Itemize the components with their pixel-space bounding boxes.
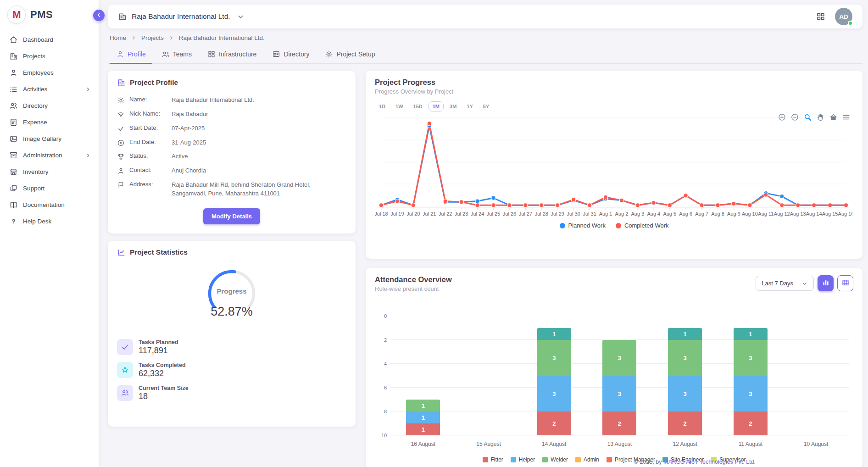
gauge-arc xyxy=(197,263,266,307)
range-button-5y[interactable]: 5Y xyxy=(479,101,493,111)
bar-segment-fitter[interactable]: 1 xyxy=(406,423,440,435)
tab-directory[interactable]: Directory xyxy=(266,46,316,64)
list-icon xyxy=(9,85,18,94)
company-selector[interactable]: Raja Bahadur International Ltd. xyxy=(118,12,245,21)
bar-segment-helper[interactable]: 3 xyxy=(602,376,636,411)
chart-view-toggle[interactable] xyxy=(818,275,834,291)
sidebar-item-dashboard[interactable]: Dashboard xyxy=(3,32,96,47)
sidebar-item-help-desk[interactable]: ? Help Desk xyxy=(3,214,96,229)
stat-value: 117,891 xyxy=(139,346,178,356)
bar-segment-site-engineer[interactable]: 1 xyxy=(734,328,768,340)
range-button-1m[interactable]: 1M xyxy=(428,101,444,111)
range-button-15d[interactable]: 15D xyxy=(409,101,427,111)
svg-text:Aug 5: Aug 5 xyxy=(663,211,676,217)
sidebar-item-activities[interactable]: Activities xyxy=(3,82,96,97)
avatar-initials: AD xyxy=(839,13,848,20)
flag-icon xyxy=(117,181,125,189)
bar-segment-welder[interactable]: 3 xyxy=(734,340,768,376)
svg-text:Jul 28: Jul 28 xyxy=(535,211,548,217)
user-avatar[interactable]: AD xyxy=(835,8,852,25)
legend-item-planned-work[interactable]: Planned Work xyxy=(560,222,606,229)
progress-card-title: Project Progress xyxy=(375,78,853,87)
apps-grid-icon[interactable] xyxy=(816,11,826,22)
menu-icon[interactable] xyxy=(842,113,851,122)
tab-project-setup[interactable]: Project Setup xyxy=(318,46,381,64)
sidebar-item-projects[interactable]: Projects xyxy=(3,49,96,64)
legend-item-welder[interactable]: Welder xyxy=(542,456,568,463)
selection-zoom-icon[interactable] xyxy=(803,113,812,122)
stat-value: 62,332 xyxy=(139,369,186,378)
field-label: Start Date: xyxy=(129,124,167,133)
bar-segment-welder[interactable]: 3 xyxy=(668,340,702,376)
person-icon xyxy=(9,68,18,77)
range-button-1d[interactable]: 1D xyxy=(375,101,389,111)
svg-text:Aug 10: Aug 10 xyxy=(742,211,758,217)
bar-chart[interactable]: 024681011116 August15 August233114 Augus… xyxy=(375,316,853,454)
breadcrumb-item[interactable]: Home xyxy=(110,34,126,41)
bar-segment-fitter[interactable]: 2 xyxy=(668,411,702,435)
bar-segment-welder[interactable]: 3 xyxy=(537,340,571,376)
sidebar-item-support[interactable]: Support xyxy=(3,181,96,196)
bar-segment-helper[interactable]: 3 xyxy=(668,376,702,411)
line-chart[interactable]: Jul 18Jul 19Jul 20Jul 21Jul 22Jul 23Jul … xyxy=(375,113,853,221)
bar-segment-site-engineer[interactable]: 1 xyxy=(668,328,702,340)
sidebar: M PMS Dashboard Projects Employees Activ… xyxy=(0,0,99,467)
zoom-in-icon[interactable] xyxy=(778,113,786,122)
svg-text:Jul 26: Jul 26 xyxy=(503,211,516,217)
range-button-1w[interactable]: 1W xyxy=(391,101,407,111)
svg-text:Jul 24: Jul 24 xyxy=(471,211,484,217)
bar-segment-site-engineer[interactable]: 1 xyxy=(537,328,571,340)
pan-icon[interactable] xyxy=(816,113,825,122)
legend-item-admin[interactable]: Admin xyxy=(575,456,599,463)
bar-segment-fitter[interactable]: 2 xyxy=(602,411,636,435)
svg-text:Aug 1: Aug 1 xyxy=(599,211,612,217)
tab-infrastructure[interactable]: Infrastructure xyxy=(201,46,263,64)
check-icon xyxy=(117,125,125,133)
svg-text:Aug 6: Aug 6 xyxy=(679,211,692,217)
sidebar-item-directory[interactable]: Directory xyxy=(3,98,96,113)
legend-item-fitter[interactable]: Fitter xyxy=(483,456,503,463)
bar-segment-fitter[interactable]: 2 xyxy=(537,411,571,435)
bar-segment-welder[interactable]: 1 xyxy=(406,400,440,411)
line-chart-plot[interactable]: Jul 18Jul 19Jul 20Jul 21Jul 22Jul 23Jul … xyxy=(375,113,852,220)
legend-item-completed-work[interactable]: Completed Work xyxy=(616,222,669,229)
sidebar-item-inventory[interactable]: Inventory xyxy=(3,164,96,179)
sidebar-item-label: Employees xyxy=(23,69,54,76)
bar-segment-helper[interactable]: 3 xyxy=(537,376,571,411)
date-range-select[interactable]: Last 7 Days xyxy=(756,276,814,291)
sidebar-item-image-gallary[interactable]: Image Gallary xyxy=(3,131,96,146)
sidebar-collapse-button[interactable] xyxy=(93,10,105,21)
y-axis-label: 6 xyxy=(375,385,387,390)
y-axis-label: 8 xyxy=(375,409,387,414)
legend-item-helper[interactable]: Helper xyxy=(511,456,535,463)
chart-line-icon xyxy=(117,248,126,257)
range-button-1y[interactable]: 1Y xyxy=(462,101,477,111)
app-logo[interactable]: M PMS xyxy=(0,0,99,28)
tab-teams[interactable]: Teams xyxy=(155,46,198,64)
zoom-out-icon[interactable] xyxy=(790,113,799,122)
x-axis-label: 12 August xyxy=(652,441,718,447)
stat-item: Tasks Planned 117,891 xyxy=(117,339,346,356)
footer-company-link[interactable]: MARCO AIoT Technologies Pvt. Ltd. xyxy=(663,459,756,465)
stat-value: 18 xyxy=(139,392,189,401)
attendance-controls: Last 7 Days xyxy=(756,275,853,291)
sidebar-item-documentation[interactable]: Documentation xyxy=(3,197,96,212)
table-view-toggle[interactable] xyxy=(837,275,853,291)
help-icon: ? xyxy=(9,217,18,226)
modify-details-button[interactable]: Modify Details xyxy=(203,208,260,224)
bar-segment-welder[interactable]: 3 xyxy=(602,340,636,376)
sidebar-item-administration[interactable]: Administration xyxy=(3,148,96,163)
bar-segment-helper[interactable]: 3 xyxy=(734,376,768,411)
breadcrumb-item[interactable]: Projects xyxy=(141,34,164,41)
sidebar-item-employees[interactable]: Employees xyxy=(3,65,96,80)
breadcrumb-item[interactable]: Raja Bahadur International Ltd. xyxy=(179,34,265,41)
svg-text:Jul 27: Jul 27 xyxy=(519,211,532,217)
range-button-3m[interactable]: 3M xyxy=(445,101,461,111)
bar-segment-fitter[interactable]: 2 xyxy=(734,411,768,435)
attendance-overview-card: Attendance Overview Role-wise present co… xyxy=(366,268,862,467)
bar-segment-helper[interactable]: 1 xyxy=(406,411,440,423)
reset-home-icon[interactable] xyxy=(829,113,838,122)
tab-profile[interactable]: Profile xyxy=(110,46,152,64)
stats-card-title: Project Statistics xyxy=(130,248,188,256)
sidebar-item-expense[interactable]: Expense xyxy=(3,115,96,130)
